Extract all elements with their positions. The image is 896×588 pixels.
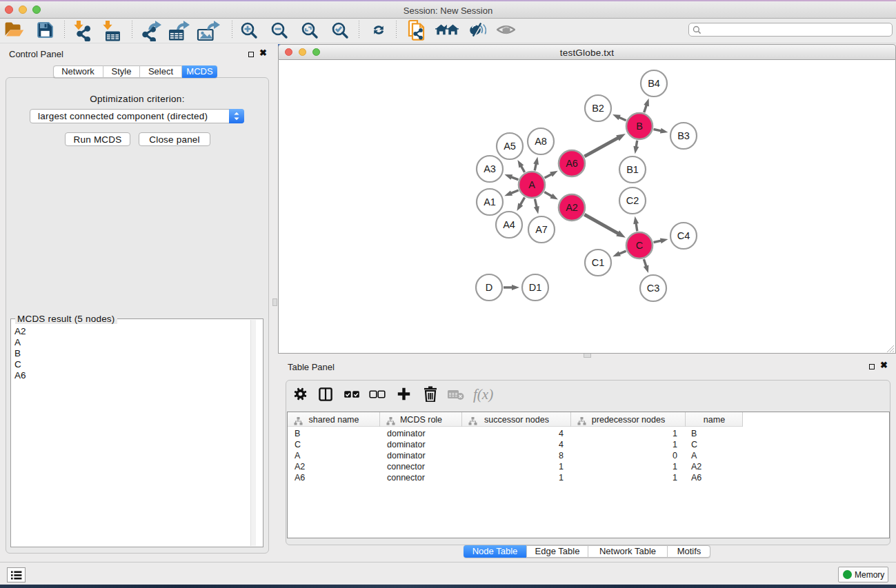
svg-text:B3: B3	[677, 130, 690, 141]
svg-text:D: D	[486, 282, 492, 293]
svg-text:C4: C4	[677, 230, 690, 241]
svg-text:B2: B2	[592, 103, 604, 114]
svg-text:A7: A7	[535, 224, 548, 235]
svg-text:A1: A1	[484, 196, 496, 207]
svg-text:B4: B4	[648, 78, 660, 89]
svg-text:A5: A5	[504, 141, 516, 152]
svg-text:D1: D1	[529, 282, 542, 293]
svg-text:A: A	[528, 179, 535, 190]
svg-text:A3: A3	[484, 163, 496, 174]
svg-text:A8: A8	[535, 136, 547, 147]
svg-text:A6: A6	[566, 158, 578, 169]
svg-text:C1: C1	[592, 257, 605, 268]
svg-text:C2: C2	[626, 195, 639, 206]
svg-text:B1: B1	[626, 164, 639, 175]
svg-text:B: B	[636, 121, 643, 132]
svg-text:A4: A4	[503, 219, 515, 230]
svg-text:A2: A2	[566, 202, 578, 213]
svg-text:C3: C3	[647, 283, 660, 294]
svg-text:C: C	[636, 240, 643, 251]
